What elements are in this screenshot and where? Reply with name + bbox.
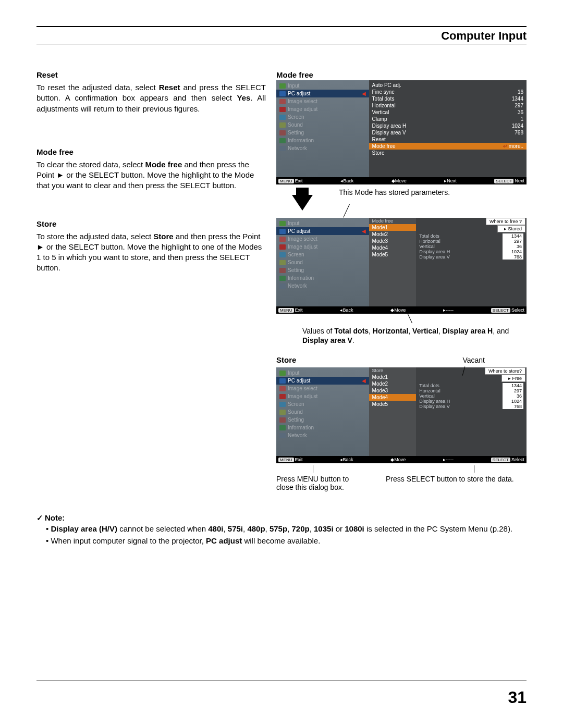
sidebar-label: Input <box>288 370 299 376</box>
data-row: Total dots1344 <box>416 383 527 388</box>
text: Vertical <box>412 327 438 335</box>
data-row: Display area H1024 <box>416 399 527 404</box>
menu-row: Total dots1344 <box>369 95 527 102</box>
menu-icon <box>279 244 286 250</box>
sidebar-label: Sound <box>288 409 303 415</box>
menu2-status: ▸ Stored <box>497 225 525 232</box>
menu-icon <box>279 99 286 104</box>
text: When input computer signal to the projec… <box>51 536 206 545</box>
stored-annotation: This Mode has stored parameters. <box>339 188 527 197</box>
menu-icon <box>279 252 286 257</box>
sidebar-item: Image adjust <box>276 105 369 113</box>
sidebar-label: Image adjust <box>288 106 317 112</box>
sidebar-item: Input <box>276 219 369 227</box>
text: Display area V <box>302 336 352 344</box>
menu-icon <box>279 378 286 384</box>
menu-icon <box>279 283 286 289</box>
sidebar-item: Image select <box>276 97 369 105</box>
data-row: Total dots1344 <box>416 233 527 239</box>
press-menu-callout: Press MENU button to close this dialog b… <box>276 475 365 491</box>
text: 1080i <box>345 524 364 533</box>
sidebar-item: Screen <box>276 251 369 258</box>
menu2-footer: MENUExit◂Back◆Move▸-----SELECTSelect <box>276 306 527 314</box>
text: To reset the adjusted data, select <box>36 83 159 92</box>
menu-icon <box>279 229 286 234</box>
sidebar-label: Screen <box>288 252 304 257</box>
menu-icon <box>279 138 286 143</box>
menu-row: Horizontal297 <box>369 102 527 109</box>
sidebar-item: Screen <box>276 113 369 121</box>
text: Values of <box>302 327 334 335</box>
text: , and <box>493 327 509 335</box>
sidebar-label: Sound <box>288 260 303 265</box>
sidebar-item: Input <box>276 369 369 377</box>
modefree-paragraph: To clear the stored data, select Mode fr… <box>36 159 266 191</box>
text: . <box>352 336 354 344</box>
menu-icon <box>279 83 286 89</box>
sidebar-item: Screen <box>276 400 369 408</box>
menu-icon <box>279 433 286 438</box>
sidebar-item: Sound <box>276 408 369 416</box>
store-screenshot-label: Store <box>276 355 296 364</box>
data-row: Display area V768 <box>416 404 527 409</box>
sidebar-label: Sound <box>288 122 303 128</box>
sidebar-label: Network <box>288 145 307 151</box>
sidebar-label: PC adjust <box>288 228 310 234</box>
menu2-header-left: Mode free <box>369 218 417 224</box>
menu3-status: ▸ Free <box>501 375 525 382</box>
menu-row: Vertical36 <box>369 109 527 116</box>
content-columns: Reset To reset the adjusted data, select… <box>36 70 527 497</box>
sidebar-item: Setting <box>276 266 369 274</box>
data-row: Display area H1024 <box>416 249 527 254</box>
bottom-callouts: Press MENU button to close this dialog b… <box>276 475 527 491</box>
menu3-main: Store Mode1Mode2Mode3Mode4Mode5 Where to… <box>369 367 527 456</box>
right-column: Mode free InputPC adjust◀Image selectIma… <box>276 70 527 497</box>
down-arrow-icon <box>276 188 313 211</box>
vacant-label: Vacant <box>462 355 527 367</box>
pointer-line <box>313 465 313 473</box>
menu3-header-left: Store <box>369 367 417 374</box>
mode-row: Mode4 <box>369 394 417 401</box>
sidebar-item: Information <box>276 424 369 431</box>
menu1-main: Auto PC adj.Fine sync16Total dots1344Hor… <box>369 80 527 177</box>
menu1-sidebar: InputPC adjust◀Image selectImage adjustS… <box>276 80 369 177</box>
sidebar-label: Image select <box>288 98 317 104</box>
page: Computer Input Reset To reset the adjust… <box>0 0 563 546</box>
sidebar-label: Image select <box>288 386 317 391</box>
sidebar-item: Image select <box>276 235 369 243</box>
mode-row: Mode1 <box>369 374 417 380</box>
menu2-where-q: Where to free ? <box>486 218 525 225</box>
menu-icon <box>279 122 286 128</box>
note-item-1: Display area (H/V) cannot be selected wh… <box>46 523 527 534</box>
sidebar-item: Input <box>276 82 369 90</box>
text: 480p <box>247 524 265 533</box>
menu-icon <box>279 386 286 391</box>
menu-row: Clamp1 <box>369 116 527 122</box>
text: Display area (H/V) <box>51 524 117 533</box>
caret-icon: ◀ <box>362 91 366 96</box>
text: Mode free <box>145 160 182 169</box>
pointer-line <box>408 314 412 324</box>
data-row: Vertical36 <box>416 244 527 249</box>
mode-row: Mode5 <box>369 401 417 408</box>
page-number: 31 <box>508 688 527 707</box>
menu-screenshot-2: InputPC adjust◀Image selectImage adjustS… <box>276 218 527 314</box>
text: PC adjust <box>206 536 242 545</box>
menu-row: Store <box>369 150 527 156</box>
menu-icon <box>279 146 286 151</box>
mode-row: Mode4 <box>369 244 417 251</box>
sidebar-item: Setting <box>276 129 369 137</box>
menu-row-highlight: Mode free↵ more.. <box>369 143 527 150</box>
sidebar-item: PC adjust◀ <box>276 90 369 97</box>
sidebar-label: Input <box>288 220 299 226</box>
menu-icon <box>279 221 286 226</box>
menu-icon <box>279 276 286 281</box>
note-item-2: When input computer signal to the projec… <box>46 535 527 546</box>
sidebar-label: Setting <box>288 267 304 273</box>
sidebar-item: Image adjust <box>276 392 369 400</box>
reset-title: Reset <box>36 70 266 79</box>
text: is selected in the PC System Menu (p.28)… <box>364 524 512 533</box>
menu-row: Display area V768 <box>369 129 527 136</box>
menu-icon <box>279 417 286 423</box>
menu-screenshot-3: InputPC adjust◀Image selectImage adjustS… <box>276 367 527 463</box>
